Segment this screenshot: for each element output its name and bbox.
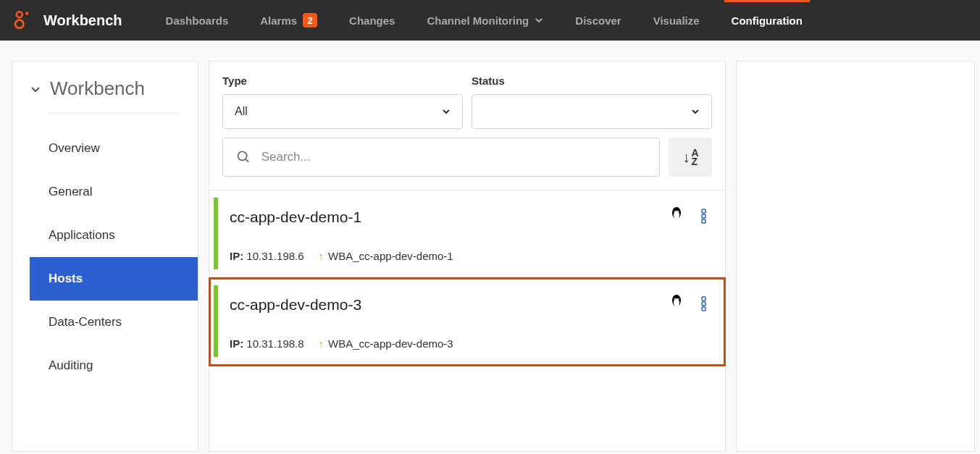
host-header-row: cc-app-dev-demo-3 [230, 294, 711, 316]
nav-label: Configuration [732, 14, 803, 27]
linux-icon [669, 294, 684, 316]
status-select[interactable] [472, 94, 712, 129]
search-input[interactable] [261, 150, 646, 164]
svg-rect-22 [702, 307, 705, 311]
chevron-down-icon [691, 107, 700, 116]
sidebar-header[interactable]: Workbench [12, 77, 198, 107]
chevron-down-icon [30, 83, 41, 95]
nav-configuration[interactable]: Configuration [716, 0, 818, 41]
search-box[interactable] [222, 138, 660, 177]
svg-point-10 [678, 211, 679, 212]
main-panel: Type All Status [209, 61, 726, 452]
nav-discover[interactable]: Discover [559, 0, 637, 41]
ip-label: IP: [230, 337, 243, 350]
filter-type-label: Type [222, 75, 463, 87]
svg-rect-12 [702, 214, 705, 218]
svg-rect-21 [702, 302, 705, 306]
host-header-row: cc-app-dev-demo-1 [230, 206, 711, 228]
sidebar-item-applications[interactable]: Applications [12, 214, 198, 257]
ip-label: IP: [230, 250, 243, 262]
filter-status: Status [472, 75, 712, 129]
host-ip: IP: 10.31.198.8 [230, 337, 304, 350]
detail-panel [736, 61, 975, 452]
host-wba: ↑ WBA_cc-app-dev-demo-3 [319, 337, 453, 350]
host-name: cc-app-dev-demo-3 [230, 296, 361, 314]
host-icons [669, 206, 711, 228]
filter-row: Type All Status [209, 75, 725, 129]
sort-az-icon: AZ [691, 148, 698, 166]
ip-value: 10.31.198.8 [246, 337, 303, 350]
sidebar-panel: Workbench Overview General Applications … [12, 61, 198, 452]
nav-label: Changes [349, 14, 395, 27]
host-wba: ↑ WBA_cc-app-dev-demo-1 [319, 250, 453, 262]
nav-label: Discover [575, 14, 621, 27]
sort-arrow-icon: ↓ [682, 149, 690, 166]
more-menu-icon[interactable] [698, 208, 711, 227]
svg-point-1 [25, 12, 28, 14]
top-navigation: Workbench Dashboards Alarms 2 Changes Ch… [0, 0, 980, 41]
sidebar-item-hosts[interactable]: Hosts [30, 257, 198, 300]
nav-visualize[interactable]: Visualize [637, 0, 716, 41]
nav-alarms[interactable]: Alarms 2 [244, 0, 333, 41]
filter-type: Type All [222, 75, 463, 129]
nav-items: Dashboards Alarms 2 Changes Channel Moni… [150, 0, 967, 41]
nav-label: Alarms [260, 14, 297, 27]
brand-icon [13, 10, 33, 30]
svg-point-3 [238, 151, 247, 160]
search-row: ↓ AZ [209, 129, 725, 190]
hosts-list: cc-app-dev-demo-1 IP: 10.31.198.6 [209, 190, 725, 366]
host-detail-row: IP: 10.31.198.6 ↑ WBA_cc-app-dev-demo-1 [230, 250, 711, 262]
host-name: cc-app-dev-demo-1 [230, 209, 361, 226]
wba-value: WBA_cc-app-dev-demo-1 [328, 250, 453, 262]
nav-label: Channel Monitoring [427, 14, 529, 27]
nav-channel-monitoring[interactable]: Channel Monitoring [411, 0, 559, 41]
linux-icon [669, 206, 684, 228]
sidebar-item-general[interactable]: General [12, 170, 198, 214]
chevron-down-icon [535, 16, 543, 25]
wba-value: WBA_cc-app-dev-demo-3 [328, 337, 453, 350]
sidebar-item-auditing[interactable]: Auditing [12, 344, 198, 387]
sort-button[interactable]: ↓ AZ [669, 138, 712, 177]
svg-rect-20 [702, 297, 705, 300]
host-ip: IP: 10.31.198.6 [230, 250, 304, 262]
brand-logo[interactable]: Workbench [13, 10, 122, 30]
svg-point-18 [674, 299, 675, 300]
sidebar-item-data-centers[interactable]: Data-Centers [12, 300, 198, 344]
svg-line-4 [246, 159, 248, 162]
nav-label: Visualize [653, 14, 700, 27]
svg-point-19 [678, 299, 679, 300]
svg-rect-11 [702, 209, 705, 213]
svg-point-9 [674, 211, 675, 212]
alarms-badge: 2 [303, 13, 317, 28]
host-card[interactable]: cc-app-dev-demo-3 IP: 10.31.198.8 [209, 278, 725, 366]
nav-dashboards[interactable]: Dashboards [150, 0, 245, 41]
svg-rect-13 [702, 219, 705, 223]
brand-name: Workbench [43, 12, 122, 29]
host-icons [669, 294, 711, 316]
ip-value: 10.31.198.6 [246, 250, 303, 262]
host-card[interactable]: cc-app-dev-demo-1 IP: 10.31.198.6 [209, 190, 725, 278]
filter-status-label: Status [472, 75, 712, 87]
up-arrow-icon: ↑ [319, 337, 324, 350]
page-body: Workbench Overview General Applications … [0, 41, 980, 452]
chevron-down-icon [442, 107, 451, 116]
divider [49, 113, 180, 114]
sidebar-item-overview[interactable]: Overview [12, 127, 198, 170]
search-icon [236, 149, 251, 165]
host-detail-row: IP: 10.31.198.8 ↑ WBA_cc-app-dev-demo-3 [230, 337, 711, 350]
type-select[interactable]: All [222, 94, 463, 129]
type-select-value: All [235, 105, 248, 118]
up-arrow-icon: ↑ [319, 250, 324, 262]
nav-changes[interactable]: Changes [333, 0, 411, 41]
svg-point-2 [15, 20, 23, 28]
nav-label: Dashboards [166, 14, 229, 27]
svg-point-0 [17, 12, 22, 17]
sidebar-title: Workbench [50, 77, 145, 100]
more-menu-icon[interactable] [698, 295, 711, 314]
